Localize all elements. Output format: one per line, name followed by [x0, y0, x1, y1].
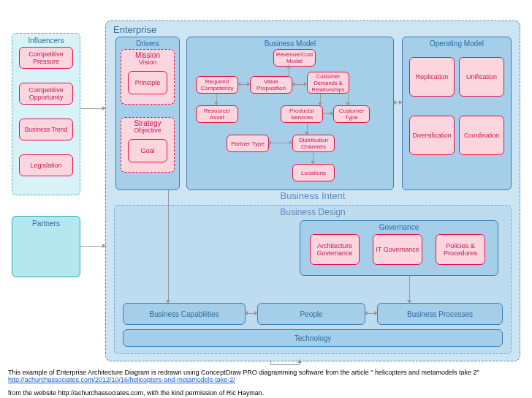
arrow-head — [214, 102, 218, 106]
arrow-head — [407, 300, 411, 304]
arrow-head — [346, 102, 350, 106]
arrow-head — [318, 102, 322, 106]
bm-resource-asset: Resource/ Asset — [196, 105, 238, 123]
op-unification: Unification — [459, 57, 504, 97]
goal-box: Goal — [128, 139, 167, 162]
bm-required-competency: Required Competency — [196, 76, 238, 94]
op-replication: Replication — [409, 57, 455, 97]
arrow — [409, 276, 410, 303]
gov-it: IT Governance — [373, 234, 422, 265]
principle-box: Principle — [128, 71, 167, 94]
caption-line1: This example of Enterprise Architecture … — [8, 369, 527, 383]
arrow — [168, 190, 169, 303]
people: People — [257, 303, 365, 325]
arrow-head — [374, 311, 378, 315]
caption-link[interactable]: http://achurchassociates.com/2012/10/16/… — [8, 376, 235, 383]
partners-title: Partners — [32, 219, 60, 228]
objective-label: Objective — [121, 127, 175, 134]
influencer-item: Competitive Pressure — [19, 47, 73, 69]
bm-partner-type: Partner Type — [227, 135, 269, 152]
operating-model-title: Operating Model — [430, 40, 484, 48]
partners-panel: Partners — [12, 216, 80, 277]
arrow — [270, 364, 300, 365]
bm-value-proposition: Value Proposition — [250, 76, 292, 94]
drivers-title: Drivers — [136, 40, 159, 48]
arrow-head — [330, 111, 334, 116]
arrow-head — [244, 311, 248, 315]
bm-revenue-cost: Revenue/Cost Model — [273, 49, 316, 67]
arrow-head — [304, 82, 308, 86]
business-design-label: Business Design — [115, 207, 511, 217]
arrow-head — [286, 64, 291, 68]
governance-title: Governance — [379, 223, 419, 231]
arrow-head — [247, 82, 251, 86]
arrow-head — [289, 140, 293, 145]
arrow-head — [237, 82, 240, 86]
arrow-head — [267, 140, 271, 145]
op-coordination: Coordination — [459, 116, 504, 155]
gov-arch: Architecture Governance — [310, 234, 360, 265]
biz-capabilities: Business Capabilities — [123, 303, 246, 325]
arrow-head — [297, 359, 302, 363]
business-model-title: Business Model — [265, 40, 316, 48]
arrow-head — [364, 311, 368, 315]
arrow — [80, 246, 105, 247]
vision-label: Vision — [121, 59, 175, 66]
enterprise-title: Enterprise — [113, 24, 156, 35]
biz-processes: Business Processes — [377, 303, 503, 325]
bm-distribution: Distribution Channels — [292, 135, 335, 152]
arrow-head — [102, 106, 106, 110]
technology: Technology — [123, 329, 503, 347]
arrow-head — [166, 300, 170, 304]
bm-customer-type: Customer Type — [333, 105, 370, 123]
arrow-head — [305, 132, 309, 135]
op-diversification: Diversification — [409, 116, 455, 155]
influencer-item: Legislation — [19, 154, 73, 176]
gov-policies: Policies & Procedures — [436, 234, 485, 265]
influencers-title: Influencers — [28, 37, 64, 45]
arrow-head — [311, 161, 315, 165]
bm-products-services: Products/ Services — [281, 105, 323, 123]
arrow — [80, 108, 105, 109]
arrow-head — [291, 82, 294, 86]
arrow-head — [102, 244, 106, 248]
arrow-head — [399, 100, 403, 105]
influencer-item: Competitive Opportunity — [19, 83, 73, 105]
bm-customer-demands: Customer Demands & Relationships — [307, 72, 349, 94]
influencer-item: Business Trend — [19, 119, 73, 140]
bm-locations: Locations — [292, 164, 335, 181]
caption-line2: from the website http://achurchassociate… — [8, 389, 264, 397]
arrow-head — [392, 100, 396, 105]
arrow-head — [254, 311, 258, 315]
